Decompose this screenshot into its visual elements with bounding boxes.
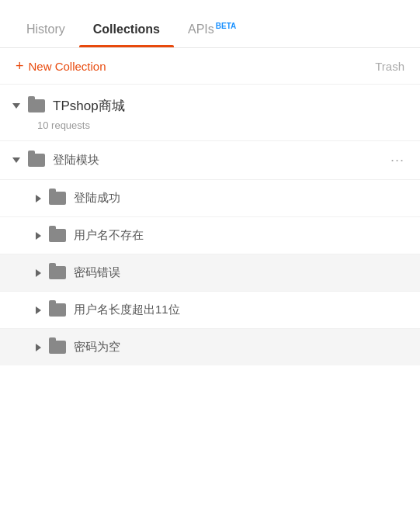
- collection-meta: 10 requests: [0, 118, 420, 140]
- chevron-right-icon-4: [36, 269, 41, 277]
- tab-history-label: History: [26, 22, 65, 36]
- folder-section-1: 登陆模块 ···: [0, 141, 420, 179]
- plus-icon: +: [16, 59, 24, 73]
- chevron-right-icon-5: [36, 306, 41, 314]
- folder-row-6[interactable]: 密码为空: [0, 329, 420, 365]
- chevron-right-icon-3: [36, 232, 41, 240]
- folder-row-4[interactable]: 密码错误: [0, 254, 420, 291]
- folder-icon-6: [49, 341, 66, 354]
- beta-badge: BETA: [216, 22, 236, 30]
- collection-root[interactable]: TPshop商城: [0, 85, 420, 118]
- folder-label-5: 用户名长度超出11位: [74, 303, 408, 317]
- chevron-down-icon: [12, 103, 20, 109]
- tab-apis[interactable]: APIsBETA: [174, 9, 250, 47]
- chevron-down-icon-1: [12, 157, 20, 163]
- tab-collections-label: Collections: [93, 22, 160, 36]
- new-collection-button[interactable]: + New Collection: [16, 59, 106, 73]
- trash-label: Trash: [375, 60, 404, 73]
- new-collection-label: New Collection: [29, 60, 106, 73]
- folder-section-5: 用户名长度超出11位: [0, 292, 420, 328]
- tab-bar: History Collections APIsBETA: [0, 0, 420, 48]
- folder-section-4: 密码错误: [0, 254, 420, 291]
- folder-section-2: 登陆成功: [0, 180, 420, 216]
- folder-label-1: 登陆模块: [53, 153, 380, 168]
- folder-label-4: 密码错误: [74, 265, 408, 280]
- folder-row-5[interactable]: 用户名长度超出11位: [0, 292, 420, 328]
- folder-icon-2: [49, 192, 66, 205]
- folder-icon-5: [49, 303, 66, 317]
- folder-label-2: 登陆成功: [74, 191, 408, 206]
- folder-label-6: 密码为空: [74, 340, 408, 355]
- trash-button[interactable]: Trash: [375, 60, 404, 73]
- folder-label-3: 用户名不存在: [74, 228, 408, 243]
- folder-icon-4: [49, 266, 66, 279]
- more-icon-1[interactable]: ···: [387, 152, 408, 168]
- folder-row-3[interactable]: 用户名不存在: [0, 217, 420, 254]
- collection-name: TPshop商城: [53, 97, 125, 115]
- folder-row-1[interactable]: 登陆模块 ···: [0, 141, 420, 179]
- folder-icon-1: [28, 154, 45, 167]
- tab-history[interactable]: History: [12, 10, 79, 47]
- folder-section-6: 密码为空: [0, 329, 420, 365]
- chevron-right-icon-2: [36, 195, 41, 202]
- folder-row-2[interactable]: 登陆成功: [0, 180, 420, 216]
- folder-section-3: 用户名不存在: [0, 217, 420, 254]
- toolbar: + New Collection Trash: [0, 48, 420, 85]
- tab-collections[interactable]: Collections: [79, 10, 174, 47]
- chevron-right-icon-6: [36, 344, 41, 351]
- tab-apis-label: APIs: [188, 22, 214, 36]
- folder-icon-3: [49, 229, 66, 242]
- folder-icon: [28, 99, 45, 112]
